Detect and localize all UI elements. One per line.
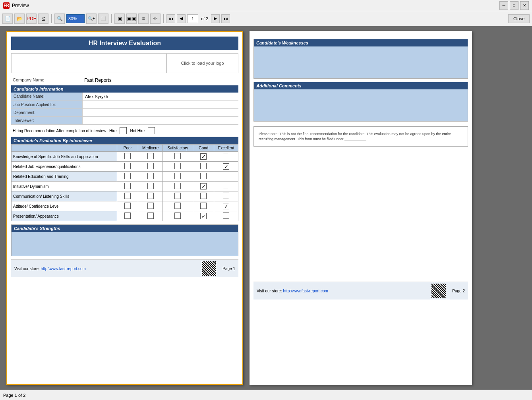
hire-checkbox[interactable] bbox=[120, 127, 127, 134]
print-button[interactable]: 🖨 bbox=[38, 14, 48, 24]
eval-cell-3-excellent[interactable] bbox=[214, 182, 238, 191]
checkbox-0-satisfactory[interactable] bbox=[174, 153, 181, 159]
checkbox-5-excellent[interactable]: ✓ bbox=[223, 203, 229, 209]
checkbox-6-excellent[interactable] bbox=[223, 213, 229, 219]
eval-cell-5-mediocre[interactable] bbox=[138, 201, 163, 211]
eval-cell-5-poor[interactable] bbox=[117, 201, 138, 211]
window-close-button[interactable]: ✕ bbox=[520, 1, 529, 10]
checkbox-3-excellent[interactable] bbox=[223, 183, 229, 189]
checkbox-5-mediocre[interactable] bbox=[147, 203, 154, 209]
checkbox-3-satisfactory[interactable] bbox=[174, 183, 181, 189]
checkbox-3-mediocre[interactable] bbox=[147, 183, 154, 189]
prev-page-button[interactable]: ◀ bbox=[177, 14, 186, 23]
checkbox-1-good[interactable] bbox=[200, 163, 207, 169]
checkbox-5-satisfactory[interactable] bbox=[174, 203, 181, 209]
eval-cell-1-excellent[interactable]: ✓ bbox=[214, 162, 238, 172]
eval-cell-1-mediocre[interactable] bbox=[138, 162, 163, 172]
eval-cell-0-good[interactable]: ✓ bbox=[193, 152, 214, 162]
eval-cell-1-good[interactable] bbox=[193, 162, 214, 172]
maximize-button[interactable]: □ bbox=[510, 1, 518, 10]
checkbox-4-excellent[interactable] bbox=[223, 193, 229, 199]
eval-cell-4-satisfactory[interactable] bbox=[163, 191, 193, 201]
eval-cell-2-good[interactable] bbox=[193, 172, 214, 182]
eval-cell-3-satisfactory[interactable] bbox=[163, 182, 193, 191]
weaknesses-section: Candidate's Weaknesses bbox=[253, 39, 468, 79]
save-pdf-button[interactable]: PDF bbox=[26, 14, 37, 24]
logo-placeholder[interactable]: Click to load your logo bbox=[166, 54, 238, 73]
checkbox-1-satisfactory[interactable] bbox=[174, 163, 181, 169]
edit-button[interactable]: ✏ bbox=[150, 14, 161, 24]
checkbox-0-good[interactable]: ✓ bbox=[200, 153, 207, 160]
eval-cell-6-satisfactory[interactable] bbox=[163, 211, 193, 221]
checkbox-0-mediocre[interactable] bbox=[147, 153, 154, 159]
checkbox-2-good[interactable] bbox=[200, 173, 207, 179]
single-page-button[interactable]: ▣ bbox=[114, 14, 125, 24]
eval-cell-4-excellent[interactable] bbox=[214, 191, 238, 201]
eval-table: Poor Mediocre Satisfactory Good Excellen… bbox=[11, 144, 238, 221]
checkbox-1-poor[interactable] bbox=[124, 163, 131, 169]
checkbox-4-poor[interactable] bbox=[124, 193, 131, 199]
eval-cell-3-good[interactable]: ✓ bbox=[193, 182, 214, 191]
eval-cell-1-satisfactory[interactable] bbox=[163, 162, 193, 172]
checkbox-4-satisfactory[interactable] bbox=[174, 193, 181, 199]
eval-cell-2-poor[interactable] bbox=[117, 172, 138, 182]
eval-cell-3-poor[interactable] bbox=[117, 182, 138, 191]
eval-cell-6-good[interactable]: ✓ bbox=[193, 211, 214, 221]
checkbox-4-good[interactable] bbox=[200, 193, 207, 199]
last-page-button[interactable]: ⏭ bbox=[221, 14, 230, 23]
eval-cell-0-satisfactory[interactable] bbox=[163, 152, 193, 162]
checkbox-2-mediocre[interactable] bbox=[147, 173, 154, 179]
eval-cell-0-mediocre[interactable] bbox=[138, 152, 163, 162]
footer-link[interactable]: http:\www.fast-report.com bbox=[41, 267, 86, 271]
new-button[interactable]: 📄 bbox=[2, 14, 13, 24]
eval-cell-2-excellent[interactable] bbox=[214, 172, 238, 182]
checkbox-6-good[interactable]: ✓ bbox=[200, 213, 207, 219]
eval-cell-4-good[interactable] bbox=[193, 191, 214, 201]
eval-col-criterion bbox=[12, 145, 117, 152]
eval-cell-5-excellent[interactable]: ✓ bbox=[214, 201, 238, 211]
checkbox-6-mediocre[interactable] bbox=[147, 213, 154, 219]
checkbox-5-poor[interactable] bbox=[124, 203, 131, 209]
close-button[interactable]: Close bbox=[508, 14, 530, 23]
eval-cell-0-poor[interactable] bbox=[117, 152, 138, 162]
continuous-button[interactable]: ≡ bbox=[138, 14, 149, 24]
eval-cell-4-poor[interactable] bbox=[117, 191, 138, 201]
not-hire-checkbox[interactable] bbox=[148, 127, 155, 134]
eval-cell-6-poor[interactable] bbox=[117, 211, 138, 221]
eval-cell-6-excellent[interactable] bbox=[214, 211, 238, 221]
page-number-input[interactable]: 1 bbox=[187, 14, 198, 23]
checkbox-4-mediocre[interactable] bbox=[147, 193, 154, 199]
footer2-link[interactable]: http:\www.fast-report.com bbox=[283, 289, 328, 293]
eval-cell-1-poor[interactable] bbox=[117, 162, 138, 172]
checkbox-2-excellent[interactable] bbox=[223, 173, 229, 179]
first-page-button[interactable]: ⏮ bbox=[166, 14, 175, 23]
eval-cell-2-mediocre[interactable] bbox=[138, 172, 163, 182]
checkbox-2-poor[interactable] bbox=[124, 173, 131, 179]
eval-cell-6-mediocre[interactable] bbox=[138, 211, 163, 221]
eval-cell-0-excellent[interactable] bbox=[214, 152, 238, 162]
next-page-button[interactable]: ▶ bbox=[211, 14, 220, 23]
eval-cell-4-mediocre[interactable] bbox=[138, 191, 163, 201]
checkbox-0-excellent[interactable] bbox=[223, 153, 229, 159]
zoom-input[interactable]: 80% bbox=[66, 14, 85, 23]
checkbox-3-poor[interactable] bbox=[124, 183, 131, 189]
checkbox-0-poor[interactable] bbox=[124, 153, 131, 159]
checkbox-6-satisfactory[interactable] bbox=[174, 213, 181, 219]
two-page-button[interactable]: ▣▣ bbox=[126, 14, 137, 24]
checkbox-5-good[interactable] bbox=[200, 203, 207, 209]
eval-cell-3-mediocre[interactable] bbox=[138, 182, 163, 191]
strengths-header: Candidate's Strengths bbox=[12, 225, 238, 232]
eval-cell-2-satisfactory[interactable] bbox=[163, 172, 193, 182]
checkbox-1-mediocre[interactable] bbox=[147, 163, 154, 169]
checkbox-2-satisfactory[interactable] bbox=[174, 173, 181, 179]
zoom-out-button[interactable]: 🔍 bbox=[54, 14, 65, 24]
eval-cell-5-satisfactory[interactable] bbox=[163, 201, 193, 211]
minimize-button[interactable]: ─ bbox=[499, 1, 508, 10]
checkbox-6-poor[interactable] bbox=[124, 213, 131, 219]
fit-page-button[interactable]: ⬜ bbox=[98, 14, 108, 24]
open-button[interactable]: 📂 bbox=[14, 14, 25, 24]
checkbox-3-good[interactable]: ✓ bbox=[200, 183, 207, 189]
checkbox-1-excellent[interactable]: ✓ bbox=[223, 163, 229, 170]
zoom-in-button[interactable]: 🔍+ bbox=[86, 14, 97, 24]
eval-cell-5-good[interactable] bbox=[193, 201, 214, 211]
